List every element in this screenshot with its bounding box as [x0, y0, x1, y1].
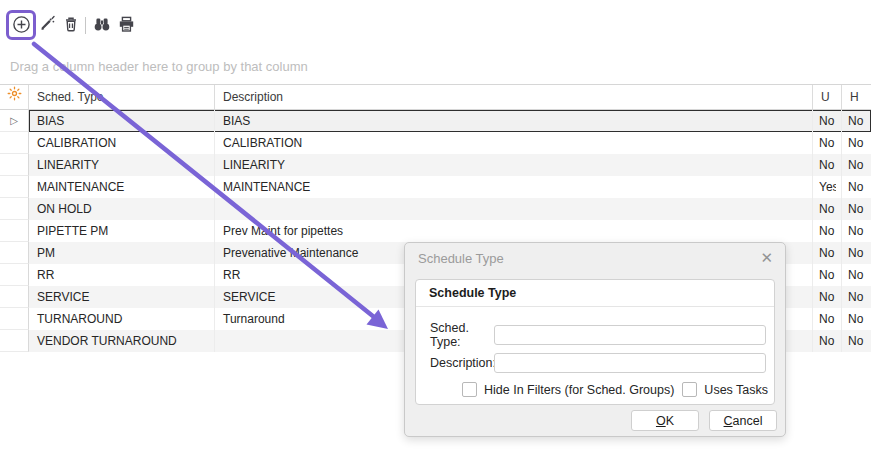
row-indicator-cell[interactable] [0, 198, 29, 220]
cell-hide-in-filters[interactable]: No [842, 198, 871, 220]
printer-icon [117, 15, 136, 38]
cell-hide-in-filters[interactable]: No [842, 286, 871, 308]
row-indicator-cell[interactable] [0, 264, 29, 286]
cell-uses-tasks[interactable]: No [813, 198, 842, 220]
toolbar [0, 0, 871, 55]
dialog-title: Schedule Type [418, 251, 504, 266]
toolbar-separator [85, 17, 86, 34]
add-button[interactable] [11, 16, 31, 36]
uses-tasks-label: Uses Tasks [704, 383, 768, 397]
sched-type-label: Sched. Type: [430, 321, 494, 349]
column-header-sched-type[interactable]: Sched. Type [29, 85, 215, 109]
cell-description[interactable] [215, 198, 813, 220]
grid-header-row: Sched. Type Description U H [0, 84, 871, 110]
cell-uses-tasks[interactable]: No [813, 110, 842, 132]
table-row[interactable]: CALIBRATION CALIBRATION No No [0, 132, 871, 154]
row-indicator-cell[interactable] [0, 154, 29, 176]
cell-sched-type[interactable]: PIPETTE PM [29, 220, 215, 242]
column-header-uses-tasks[interactable]: U [813, 85, 842, 109]
cell-sched-type[interactable]: CALIBRATION [29, 132, 215, 154]
cell-sched-type[interactable]: RR [29, 264, 215, 286]
cell-uses-tasks[interactable]: No [813, 220, 842, 242]
cell-uses-tasks[interactable]: No [813, 132, 842, 154]
app-window: Drag a column header here to group by th… [0, 0, 871, 457]
cell-description[interactable]: LINEARITY [215, 154, 813, 176]
cell-uses-tasks[interactable]: Yes [813, 176, 842, 198]
row-indicator-cell[interactable] [0, 286, 29, 308]
description-label: Description: [430, 356, 494, 370]
grid-corner-cell[interactable] [0, 85, 29, 109]
cell-sched-type[interactable]: ON HOLD [29, 198, 215, 220]
row-indicator-cell[interactable]: ▷ [0, 110, 29, 132]
edit-button[interactable] [37, 16, 57, 36]
cell-hide-in-filters[interactable]: No [842, 110, 871, 132]
schedule-type-dialog: Schedule Type ✕ Schedule Type Sched. Typ… [404, 242, 786, 437]
table-row[interactable]: LINEARITY LINEARITY No No [0, 154, 871, 176]
find-button[interactable] [92, 16, 112, 36]
cell-hide-in-filters[interactable]: No [842, 308, 871, 330]
table-row[interactable]: ▷ BIAS BIAS No No [0, 110, 871, 132]
delete-button[interactable] [61, 16, 81, 36]
cell-hide-in-filters[interactable]: No [842, 330, 871, 352]
cell-hide-in-filters[interactable]: No [842, 176, 871, 198]
cell-sched-type[interactable]: BIAS [29, 110, 215, 132]
sun-icon [7, 85, 22, 109]
table-row[interactable]: MAINTENANCE MAINTENANCE Yes No [0, 176, 871, 198]
hide-in-filters-checkbox[interactable] [462, 382, 477, 397]
cancel-button[interactable]: Cancel [709, 410, 777, 431]
cell-description[interactable]: MAINTENANCE [215, 176, 813, 198]
magic-wand-icon [38, 15, 56, 37]
description-input[interactable] [494, 353, 766, 373]
cell-uses-tasks[interactable]: No [813, 154, 842, 176]
cell-sched-type[interactable]: PM [29, 242, 215, 264]
cell-description[interactable]: CALIBRATION [215, 132, 813, 154]
cell-sched-type[interactable]: MAINTENANCE [29, 176, 215, 198]
sched-type-input[interactable] [494, 325, 766, 345]
print-button[interactable] [116, 16, 136, 36]
group-by-hint: Drag a column header here to group by th… [10, 59, 308, 74]
binoculars-icon [92, 16, 112, 37]
schedule-type-groupbox: Schedule Type Sched. Type: Description: … [415, 279, 775, 405]
cell-uses-tasks[interactable]: No [813, 264, 842, 286]
cell-uses-tasks[interactable]: No [813, 286, 842, 308]
cell-description[interactable]: BIAS [215, 110, 813, 132]
ok-button[interactable]: OK [631, 410, 699, 431]
cell-sched-type[interactable]: LINEARITY [29, 154, 215, 176]
cell-sched-type[interactable]: VENDOR TURNAROUND [29, 330, 215, 352]
cell-sched-type[interactable]: TURNAROUND [29, 308, 215, 330]
cell-hide-in-filters[interactable]: No [842, 264, 871, 286]
cell-uses-tasks[interactable]: No [813, 330, 842, 352]
row-indicator-cell[interactable] [0, 176, 29, 198]
column-header-description[interactable]: Description [215, 85, 813, 109]
cell-hide-in-filters[interactable]: No [842, 132, 871, 154]
cell-uses-tasks[interactable]: No [813, 308, 842, 330]
table-row[interactable]: ON HOLD No No [0, 198, 871, 220]
hide-in-filters-label: Hide In Filters (for Sched. Groups) [484, 383, 674, 397]
add-circle-plus-icon [12, 15, 31, 38]
cell-hide-in-filters[interactable]: No [842, 154, 871, 176]
row-indicator-cell[interactable] [0, 308, 29, 330]
cell-hide-in-filters[interactable]: No [842, 242, 871, 264]
close-icon[interactable]: ✕ [760, 249, 773, 267]
row-indicator-cell[interactable] [0, 220, 29, 242]
row-indicator-cell[interactable] [0, 330, 29, 352]
column-header-hide-in-filters[interactable]: H [842, 85, 871, 109]
groupbox-title: Schedule Type [416, 280, 774, 307]
cell-uses-tasks[interactable]: No [813, 242, 842, 264]
cell-hide-in-filters[interactable]: No [842, 220, 871, 242]
row-indicator-cell[interactable] [0, 242, 29, 264]
cell-description[interactable]: Prev Maint for pipettes [215, 220, 813, 242]
row-indicator-cell[interactable] [0, 132, 29, 154]
cell-sched-type[interactable]: SERVICE [29, 286, 215, 308]
trash-icon [62, 15, 80, 38]
table-row[interactable]: PIPETTE PM Prev Maint for pipettes No No [0, 220, 871, 242]
uses-tasks-checkbox[interactable] [682, 382, 697, 397]
group-by-panel[interactable]: Drag a column header here to group by th… [10, 55, 861, 79]
